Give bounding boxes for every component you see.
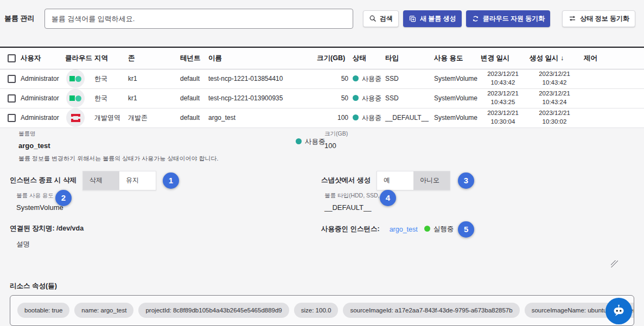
time: 10:43:42 [481,79,525,87]
chatbot-button[interactable] [605,298,632,324]
sync-cloud-resources-button[interactable]: 클라우드 자원 동기화 [466,10,551,27]
col-control: 제어 [582,47,644,69]
step-badge-3: 3 [458,172,474,189]
col-usage: 사용 용도 [432,47,479,69]
sort-desc-icon: ↓ [560,54,564,62]
create-volume-button[interactable]: 새 볼륨 생성 [403,10,462,27]
instance-in-use-field: 사용중인 인스턴스: argo_test 실행중 5 [321,221,474,238]
row-checkbox[interactable] [8,114,16,122]
col-size: 크기(GB) [315,47,350,69]
ncp-cloud-icon [66,89,85,107]
cell-created: 2023/12/2110:43:42 [527,69,582,88]
size-value: 100 [324,142,348,150]
cell-control [582,108,644,127]
col-type: 타입 [383,47,432,69]
search-button-label: 검색 [380,14,393,23]
volume-table: 사용자 클라우드 지역 존 테넌트 이름 크기(GB) 상태 타입 사용 용도 … [0,47,644,128]
cell-usage: SystemVolume [432,88,479,108]
cell-name: test-ncp-1221-013900935 [206,88,315,108]
table-row[interactable]: Administrator 한국 kr1 default test-ncp-12… [0,88,644,108]
toolbar-actions: 검색 새 볼륨 생성 클라우드 자원 동기화 [363,10,635,27]
step-badge-1: 1 [163,172,179,189]
volume-name-field: 볼륨명 argo_test [18,130,50,150]
instance-status: 실행중 [424,225,454,234]
resource-attributes-title: 리소스 속성(들) [10,282,644,291]
status-label: 사용중 [362,75,381,82]
cell-usage: SystemVolume [432,108,479,127]
time: 10:30:04 [481,118,525,126]
cell-name: argo_test [206,108,315,127]
cell-status: 사용중 [350,88,383,108]
time: 10:30:02 [530,118,579,126]
col-created[interactable]: 생성 일시 ↓ [527,47,582,69]
col-created-label: 생성 일시 [530,54,558,62]
description-label: 설명 [16,240,30,249]
resource-chip: size: 100.0 [294,303,339,318]
snapshot-no-button[interactable]: 아니오 [413,171,450,190]
cell-zone: kr1 [126,88,178,108]
row-checkbox[interactable] [8,94,16,103]
cell-region: 한국 [92,69,126,88]
toolbar: 볼륨 관리 검색 새 볼륨 생성 [0,0,644,31]
cell-created: 2023/12/2110:30:02 [527,108,582,127]
volume-size-field: 크기(GB) 100 [324,130,348,150]
volume-type-field: 볼륨 타입(HDD, SSD, ...) 4 __DEFAULT__ [324,192,388,212]
sync-status-label: 상태 정보 동기화 [580,14,629,23]
date: 2023/12/21 [530,109,579,118]
time: 10:43:24 [530,98,579,107]
date: 2023/12/21 [530,70,579,79]
col-zone: 존 [126,47,178,69]
resource-chip: sourceImageId: a17e2aa7-843f-43de-9795-a… [343,303,519,318]
volume-type-value: __DEFAULT__ [324,203,388,212]
delete-option-button[interactable]: 삭제 [83,171,119,190]
status-dot [353,114,359,120]
select-all-checkbox[interactable] [8,54,16,62]
col-status: 상태 [350,47,383,69]
cell-type: SSD [383,69,432,88]
cell-tenant: default [178,108,206,127]
search-button[interactable]: 검색 [363,10,399,27]
create-volume-label: 새 볼륨 생성 [420,14,456,23]
volume-type-label: 볼륨 타입(HDD, SSD, ...) [324,192,388,200]
resize-handle-icon[interactable] [611,260,618,267]
chatbot-icon [611,304,626,318]
resource-attributes-section: 리소스 속성(들) bootable: true name: argo_test… [0,282,644,326]
keep-option-button[interactable]: 유지 [119,171,156,190]
volume-detail-panel: 볼륨명 argo_test 사용중 크기(GB) 100 볼륨 정보를 변경하기… [0,128,644,275]
col-tenant: 테넌트 [178,47,206,69]
status-label: 사용중 [362,94,381,102]
instance-link[interactable]: argo_test [390,226,418,233]
table-row-selected[interactable]: Administrator 개발영역 개발존 default argo_test… [0,108,644,127]
cell-type: __DEFAULT__ [383,108,432,127]
instance-label: 사용중인 인스턴스: [321,225,380,234]
attached-device-text: 연결된 장치명: /dev/vda [10,224,84,233]
cell-modified: 2023/12/2110:43:42 [479,69,527,88]
step-badge-4: 4 [380,190,396,206]
row-checkbox[interactable] [8,75,16,83]
snapshot-yes-button[interactable]: 예 [377,171,413,190]
create-volume-icon [409,15,417,23]
col-modified: 변경 일시 [479,47,527,69]
snapshot-group: 스냅샷에서 생성 예 아니오 3 [321,171,474,190]
terminate-delete-group: 인스턴스 종료 시 삭제 삭제 유지 1 [10,171,179,190]
sync-cloud-label: 클라우드 자원 동기화 [483,14,545,23]
cell-created: 2023/12/2110:43:24 [527,88,582,108]
cell-zone: kr1 [126,69,178,88]
col-name: 이름 [206,47,315,69]
terminate-delete-label: 인스턴스 종료 시 삭제 [10,176,76,185]
date: 2023/12/21 [481,109,525,118]
running-dot [424,226,430,232]
volume-usage-field: 볼륨 사용 용도 2 SystemVolume [16,192,63,212]
usage-value: SystemVolume [16,203,63,212]
cell-usage: SystemVolume [432,69,479,88]
search-input[interactable] [44,9,353,29]
cell-size: 50 [315,69,350,88]
status-dot [353,95,359,101]
cell-modified: 2023/12/2110:30:04 [479,108,527,127]
resource-chip: name: argo_test [74,303,133,318]
step-badge-2: 2 [55,190,72,206]
volume-name-value: argo_test [18,142,50,150]
sync-status-button[interactable]: 상태 정보 동기화 [562,10,635,27]
cell-user: Administrator [18,69,63,88]
table-row[interactable]: Administrator 한국 kr1 default test-ncp-12… [0,69,644,88]
